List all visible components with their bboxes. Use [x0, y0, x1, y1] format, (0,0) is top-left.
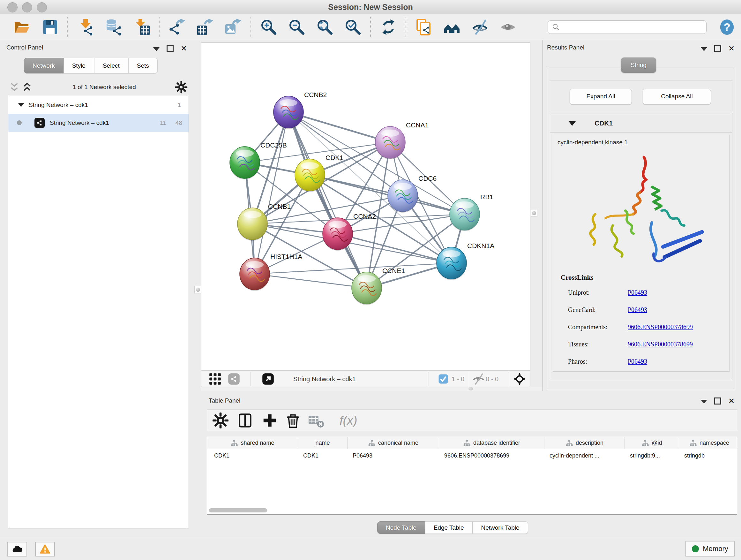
show-columns-icon[interactable] [237, 412, 253, 429]
memory-button[interactable]: Memory [685, 541, 735, 557]
tab-string[interactable]: String [621, 57, 656, 73]
zoom-out-button[interactable] [288, 18, 306, 36]
delete-table-icon [308, 412, 325, 429]
network-row-selected[interactable]: String Network – cdk1 11 48 [8, 114, 189, 132]
crosslink-link[interactable]: P06493 [628, 306, 647, 314]
crosslink-link[interactable]: P06493 [628, 358, 647, 365]
network-collection-row[interactable]: String Network – cdk1 1 [8, 96, 189, 114]
network-selector-row: 1 of 1 Network selected [8, 79, 189, 95]
import-network-database-button[interactable] [105, 18, 122, 36]
panel-float-icon[interactable] [714, 397, 721, 405]
collapse-all-networks-icon[interactable] [21, 81, 33, 93]
export-network-button[interactable] [169, 18, 186, 36]
tab-edge-table[interactable]: Edge Table [425, 521, 473, 534]
hide-selection-button[interactable] [471, 18, 488, 36]
gene-section-header[interactable]: CDK1 [550, 114, 732, 132]
export-image-button[interactable] [225, 18, 242, 36]
network-edge[interactable] [288, 112, 367, 288]
crosslink-link[interactable]: 9606.ENSP00000378699 [628, 323, 693, 331]
tab-sets[interactable]: Sets [128, 58, 158, 73]
import-network-file-button[interactable] [77, 18, 94, 36]
network-selected-status: 1 of 1 Network selected [33, 84, 175, 91]
gene-name: CDK1 [595, 114, 613, 132]
hidden-count-icon[interactable] [472, 373, 485, 385]
table-cell: 9606.ENSP00000378699 [439, 449, 544, 462]
cloud-status-button[interactable] [7, 542, 27, 557]
network-edge[interactable] [255, 112, 288, 274]
network-node-cdk1[interactable]: CDK1 [295, 154, 343, 192]
network-options-gear-icon[interactable] [175, 81, 188, 94]
hidden-count: 0 - 0 [486, 371, 498, 387]
collapse-all-button[interactable]: Collapse All [643, 89, 711, 105]
fit-selection-icon[interactable] [513, 373, 526, 385]
table-options-gear-icon[interactable] [212, 412, 229, 429]
gene-section: CDK1 cyclin-dependent kinase 1 [550, 114, 732, 380]
expand-all-networks-icon[interactable] [8, 81, 21, 93]
import-table-button[interactable] [133, 18, 150, 36]
apply-layout-button[interactable] [380, 18, 397, 36]
panel-float-icon[interactable] [166, 45, 174, 52]
network-edge[interactable] [288, 112, 390, 142]
zoom-fit-button[interactable] [316, 18, 333, 36]
table-panel-title: Table Panel [209, 397, 240, 404]
help-button[interactable]: ? [719, 19, 735, 36]
tab-node-table[interactable]: Node Table [377, 521, 425, 534]
table-row[interactable]: CDK1CDK1P064939606.ENSP00000378699cyclin… [207, 449, 737, 462]
panel-close-icon[interactable]: ✕ [728, 397, 735, 405]
column-header-namespace[interactable]: namespace [679, 437, 737, 449]
panel-close-icon[interactable]: ✕ [181, 45, 188, 52]
splitter-handle[interactable] [468, 387, 473, 390]
network-node-rb1[interactable]: RB1 [450, 193, 493, 231]
left-splitter-collapse-handle[interactable] [194, 286, 201, 294]
network-edge[interactable] [255, 274, 367, 288]
open-session-button[interactable] [13, 18, 30, 36]
network-thumbnail-icon[interactable] [227, 373, 240, 385]
right-splitter-collapse-handle[interactable] [531, 209, 537, 217]
panel-float-menu-icon[interactable] [701, 47, 707, 51]
panel-float-menu-icon[interactable] [153, 47, 159, 51]
delete-column-icon[interactable] [285, 412, 301, 429]
network-graph[interactable]: CCNB2 CCNA1 CDC25B CDK1 CDC6 RB1 CCNB1 C… [201, 43, 530, 370]
column-header--id[interactable]: @id [625, 437, 679, 449]
network-edge[interactable] [338, 234, 452, 263]
results-panel-header-icons: ✕ [701, 45, 735, 52]
add-column-icon[interactable] [261, 412, 278, 429]
tab-select[interactable]: Select [94, 58, 128, 73]
column-label: shared name [241, 440, 274, 446]
column-header-shared-name[interactable]: shared name [207, 437, 298, 449]
network-node-ccnb1[interactable]: CCNB1 [238, 203, 291, 241]
gene-collapse-icon[interactable] [569, 121, 576, 126]
collection-expand-icon[interactable] [18, 103, 24, 107]
panel-float-menu-icon[interactable] [701, 400, 707, 403]
show-grid-icon[interactable] [209, 373, 221, 385]
network-node-cdkn1a[interactable]: CDKN1A [436, 242, 494, 280]
export-table-button[interactable] [197, 18, 214, 36]
crosslink-link[interactable]: 9606.ENSP00000378699 [628, 341, 693, 348]
crosslink-label: Compartments: [568, 323, 607, 330]
panel-float-icon[interactable] [714, 45, 721, 52]
zoom-selected-button[interactable] [344, 18, 361, 36]
home-button[interactable] [443, 18, 461, 36]
table-horizontal-scrollbar[interactable] [208, 508, 735, 512]
expand-all-button[interactable]: Expand All [569, 89, 632, 105]
zoom-in-button[interactable] [260, 18, 277, 36]
tab-network-table[interactable]: Network Table [473, 521, 528, 534]
selected-count-icon[interactable] [438, 374, 449, 384]
panel-close-icon[interactable]: ✕ [728, 45, 735, 52]
save-session-button[interactable] [42, 18, 59, 36]
column-header-canonical-name[interactable]: canonical name [347, 437, 439, 449]
tab-network[interactable]: Network [24, 58, 64, 73]
column-header-database-identifier[interactable]: database identifier [439, 437, 544, 449]
protein-structure-image [572, 152, 713, 271]
clone-network-button[interactable] [415, 18, 432, 36]
search-input[interactable] [562, 21, 706, 33]
node-label: CDKN1A [467, 242, 494, 249]
scrollbar-thumb[interactable] [209, 508, 267, 512]
tab-style[interactable]: Style [64, 58, 94, 73]
column-header-name[interactable]: name [298, 437, 347, 449]
column-header-description[interactable]: description [544, 437, 625, 449]
warnings-button[interactable] [35, 542, 55, 557]
crosslink-link[interactable]: P06493 [628, 289, 647, 296]
network-canvas[interactable]: CCNB2 CCNA1 CDC25B CDK1 CDC6 RB1 CCNB1 C… [201, 43, 530, 370]
detach-view-icon[interactable] [262, 373, 274, 385]
